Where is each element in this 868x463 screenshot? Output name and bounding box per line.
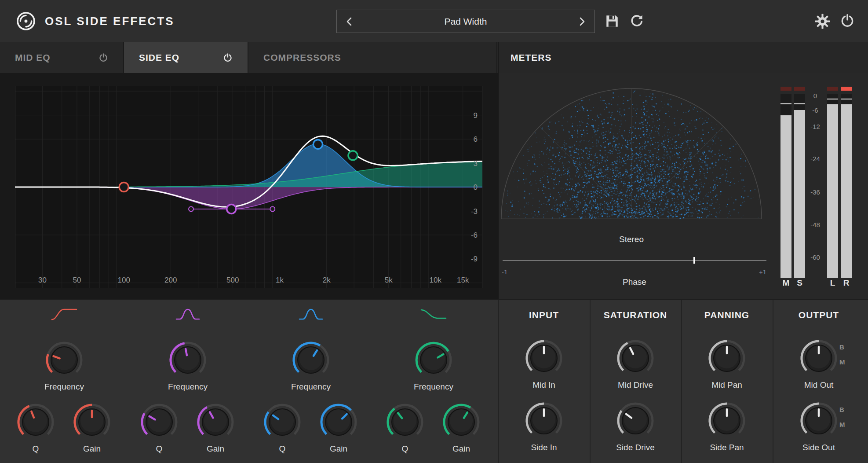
gain-knob-band-2[interactable]: Gain bbox=[182, 401, 248, 454]
mid-eq-power-icon[interactable] bbox=[98, 53, 108, 62]
level-meter-S bbox=[794, 94, 805, 278]
gain-knob-band-1[interactable]: Gain bbox=[59, 401, 125, 454]
gain-knob-band-3-label: Gain bbox=[306, 444, 372, 454]
save-preset-button[interactable] bbox=[604, 13, 620, 31]
svg-text:2k: 2k bbox=[323, 276, 331, 284]
mid-out-knob-label: Mid Out bbox=[786, 380, 852, 390]
gain-knob-band-3[interactable]: Gain bbox=[306, 401, 372, 454]
svg-text:-3: -3 bbox=[471, 207, 478, 216]
side-eq-power-icon[interactable] bbox=[223, 53, 233, 62]
meters-section-header: METERS bbox=[498, 42, 868, 73]
section-title-input: INPUT bbox=[498, 310, 590, 320]
section-title-output: OUTPUT bbox=[773, 310, 864, 320]
controls-panel: Frequency Q Gain Frequency Q Gain Freque… bbox=[0, 299, 868, 463]
phase-slider[interactable] bbox=[503, 260, 766, 261]
svg-text:9: 9 bbox=[474, 111, 478, 120]
meter-label-M: M bbox=[780, 278, 791, 288]
header-bar: OSL SIDE EFFECTS Pad Width bbox=[0, 0, 868, 42]
app-title: OSL SIDE EFFECTS bbox=[45, 15, 175, 28]
band-shape-icon-band-2 bbox=[174, 306, 202, 324]
settings-button[interactable] bbox=[814, 13, 831, 31]
side-out-knob[interactable]: Side OutBM bbox=[786, 400, 852, 452]
eq-q-handle[interactable] bbox=[270, 206, 275, 211]
power-button[interactable] bbox=[840, 13, 855, 30]
preset-name[interactable]: Pad Width bbox=[362, 16, 569, 27]
gain-knob-band-2-label: Gain bbox=[182, 444, 248, 454]
eq-node-band-4[interactable] bbox=[348, 151, 357, 160]
frequency-knob-band-4[interactable]: Frequency bbox=[401, 339, 467, 392]
eq-curve-display[interactable]: 30501002005001k2k5k10k15k9630-3-6-9 bbox=[15, 86, 482, 288]
stereo-label: Stereo bbox=[500, 235, 763, 244]
divider bbox=[681, 300, 682, 463]
eq-display-zone: 30501002005001k2k5k10k15k9630-3-6-9 bbox=[0, 73, 498, 299]
preset-next-button[interactable] bbox=[569, 10, 594, 33]
svg-text:15k: 15k bbox=[457, 276, 469, 284]
goniometer bbox=[500, 82, 763, 223]
level-meter-R bbox=[841, 94, 852, 278]
eq-q-handle[interactable] bbox=[189, 206, 193, 211]
tab-compressors[interactable]: COMPRESSORS bbox=[248, 42, 497, 73]
clip-indicator-S bbox=[794, 87, 805, 91]
tab-compressors-label: COMPRESSORS bbox=[263, 52, 341, 63]
eq-node-band-3[interactable] bbox=[314, 140, 323, 149]
eq-plot: 30501002005001k2k5k10k15k9630-3-6-9 bbox=[15, 86, 482, 290]
band-shape-icon-band-1 bbox=[50, 306, 78, 324]
meter-label-R: R bbox=[841, 278, 852, 288]
side-in-knob-label: Side In bbox=[511, 443, 577, 452]
side-drive-knob[interactable]: Side Drive bbox=[602, 400, 668, 452]
frequency-knob-band-2-label: Frequency bbox=[155, 382, 221, 392]
tab-side-eq-label: SIDE EQ bbox=[139, 52, 179, 63]
gain-knob-band-4[interactable]: Gain bbox=[428, 401, 494, 454]
meter-scale-tick: -36 bbox=[806, 188, 824, 196]
clip-indicator-R bbox=[841, 87, 852, 91]
svg-text:3: 3 bbox=[474, 159, 478, 168]
phase-max-label: +1 bbox=[749, 268, 766, 276]
badge-B[interactable]: B bbox=[839, 406, 844, 413]
section-title-saturation: SATURATION bbox=[590, 310, 681, 320]
reload-button[interactable] bbox=[629, 13, 645, 31]
mid-pan-knob[interactable]: Mid Pan bbox=[694, 337, 760, 390]
meter-scale-tick: -6 bbox=[806, 107, 824, 114]
svg-text:1k: 1k bbox=[276, 276, 284, 284]
badge-B[interactable]: B bbox=[839, 343, 844, 351]
divider bbox=[773, 300, 773, 463]
meter-scale-tick: -12 bbox=[806, 123, 824, 130]
badge-M[interactable]: M bbox=[839, 358, 845, 366]
tab-mid-eq[interactable]: MID EQ bbox=[0, 42, 124, 73]
tab-mid-eq-label: MID EQ bbox=[15, 52, 51, 63]
mid-drive-knob[interactable]: Mid Drive bbox=[602, 337, 668, 390]
plugin-window: OSL SIDE EFFECTS Pad Width bbox=[0, 0, 868, 463]
mid-out-knob[interactable]: Mid OutBM bbox=[786, 337, 852, 390]
phase-marker[interactable] bbox=[693, 257, 695, 264]
clip-indicator-M bbox=[780, 87, 791, 91]
frequency-knob-band-3[interactable]: Frequency bbox=[278, 339, 344, 392]
meter-label-S: S bbox=[794, 278, 805, 288]
band-shape-icon-band-4 bbox=[419, 306, 448, 324]
level-meter-M bbox=[780, 94, 791, 278]
eq-node-band-1[interactable] bbox=[119, 183, 128, 192]
frequency-knob-band-2[interactable]: Frequency bbox=[155, 339, 221, 392]
frequency-knob-band-1-label: Frequency bbox=[31, 382, 97, 392]
meter-label-L: L bbox=[827, 278, 838, 288]
svg-text:30: 30 bbox=[38, 276, 47, 284]
mid-in-knob[interactable]: Mid In bbox=[511, 337, 577, 390]
badge-M[interactable]: M bbox=[839, 421, 845, 428]
side-pan-knob[interactable]: Side Pan bbox=[694, 400, 760, 452]
frequency-knob-band-3-label: Frequency bbox=[278, 382, 344, 392]
svg-text:100: 100 bbox=[118, 276, 130, 284]
clip-indicator-L bbox=[827, 87, 838, 91]
meter-scale-tick: -24 bbox=[806, 155, 824, 162]
eq-node-band-2[interactable] bbox=[227, 204, 236, 213]
side-pan-knob-label: Side Pan bbox=[694, 443, 760, 452]
tab-side-eq[interactable]: SIDE EQ bbox=[124, 42, 248, 73]
side-out-knob-label: Side Out bbox=[786, 443, 852, 452]
preset-prev-button[interactable] bbox=[337, 10, 362, 33]
frequency-knob-band-1[interactable]: Frequency bbox=[31, 339, 97, 392]
mid-drive-knob-label: Mid Drive bbox=[602, 380, 668, 390]
svg-text:6: 6 bbox=[474, 135, 478, 143]
side-in-knob[interactable]: Side In bbox=[511, 400, 577, 452]
meter-scale-tick: -48 bbox=[806, 221, 824, 228]
section-title-panning: PANNING bbox=[681, 310, 773, 320]
tab-bar: MID EQ SIDE EQ COMPRESSORS METERS bbox=[0, 42, 868, 73]
svg-text:10k: 10k bbox=[430, 276, 442, 284]
